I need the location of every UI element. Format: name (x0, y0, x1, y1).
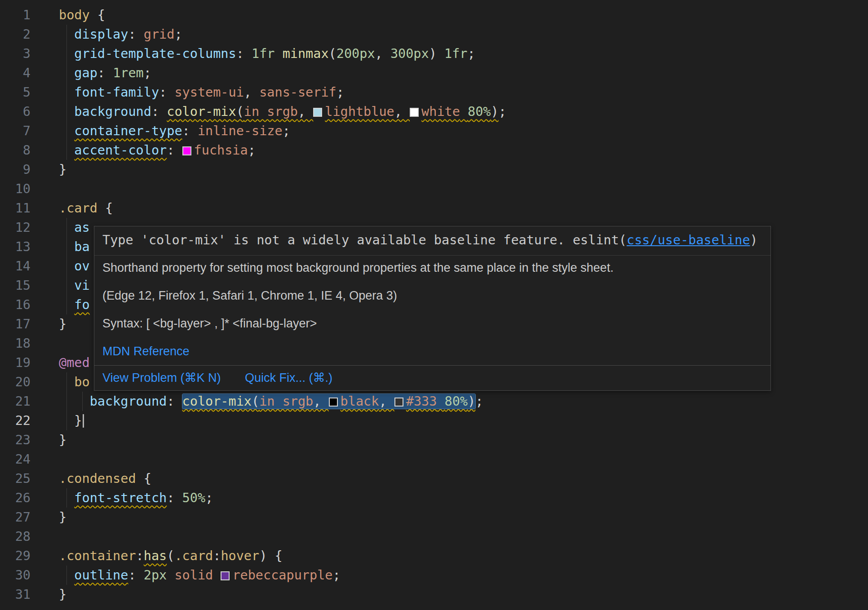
code-line[interactable]: } (42, 160, 868, 179)
code-token: : (151, 104, 167, 119)
line-number[interactable]: 8 (0, 141, 42, 160)
code-line[interactable]: accent-color: fuchsia; (42, 141, 868, 160)
code-line[interactable]: font-stretch: 50%; (42, 488, 868, 508)
line-number[interactable]: 20 (0, 372, 42, 392)
code-token: minmax (283, 46, 329, 61)
line-number[interactable]: 14 (0, 256, 42, 276)
line-number[interactable]: 19 (0, 353, 42, 372)
code-token (59, 66, 74, 80)
line-number[interactable]: 10 (0, 179, 42, 199)
diagnostic-source-prefix: eslint( (573, 233, 627, 248)
code-token (59, 220, 74, 235)
line-number[interactable]: 25 (0, 469, 42, 488)
line-number[interactable]: 1 (0, 5, 42, 25)
line-number[interactable]: 17 (0, 314, 42, 334)
line-number[interactable]: 13 (0, 237, 42, 256)
code-line[interactable]: } (42, 585, 868, 604)
code-token (437, 394, 444, 409)
code-line[interactable] (42, 527, 868, 546)
line-number[interactable]: 7 (0, 121, 42, 141)
code-token: : (167, 394, 182, 409)
code-token: solid (174, 568, 213, 583)
code-token: system-ui (174, 85, 244, 100)
code-token: .container (59, 548, 136, 563)
line-number[interactable]: 15 (0, 276, 42, 295)
code-token: .card (174, 548, 213, 563)
line-number[interactable]: 16 (0, 295, 42, 314)
code-token: : (128, 568, 143, 583)
code-line[interactable]: } (42, 430, 868, 450)
code-line[interactable]: background: color-mix(in srgb, black, #3… (42, 392, 868, 411)
gutter: 1234567891011121314151617181920212223242… (0, 0, 42, 610)
line-number[interactable]: 27 (0, 508, 42, 527)
code-token: : (136, 548, 144, 563)
code-line[interactable]: display: grid; (42, 25, 868, 44)
code-token: ) (491, 104, 499, 119)
code-line[interactable]: body { (42, 5, 868, 25)
line-number[interactable]: 3 (0, 44, 42, 63)
code-token: ; (337, 85, 344, 100)
code-line[interactable]: font-family: system-ui, sans-serif; (42, 83, 868, 102)
line-number[interactable]: 28 (0, 527, 42, 546)
hover-tooltip: Type 'color-mix' is not a widely availab… (94, 226, 771, 391)
color-swatch[interactable] (410, 108, 419, 117)
code-line[interactable]: container-type: inline-size; (42, 121, 868, 141)
line-number[interactable]: 12 (0, 218, 42, 237)
code-token: 80% (468, 104, 491, 119)
line-number[interactable]: 9 (0, 160, 42, 179)
line-number[interactable]: 24 (0, 450, 42, 469)
color-swatch[interactable] (182, 146, 191, 155)
code-token: 50% (182, 491, 205, 505)
code-line[interactable] (42, 179, 868, 199)
code-line[interactable]: .container:has(.card:hover) { (42, 546, 868, 566)
code-token (275, 46, 282, 61)
color-swatch[interactable] (221, 571, 230, 580)
code-line[interactable]: .condensed { (42, 469, 868, 488)
code-token: outline (74, 568, 128, 583)
line-number[interactable]: 2 (0, 25, 42, 44)
code-line[interactable]: grid-template-columns: 1fr minmax(200px,… (42, 44, 868, 63)
code-token: , (394, 104, 410, 119)
line-number[interactable]: 4 (0, 63, 42, 83)
code-token: 1fr (444, 46, 467, 61)
line-number[interactable]: 11 (0, 199, 42, 218)
code-line[interactable]: .card { (42, 199, 868, 218)
line-number[interactable]: 26 (0, 488, 42, 508)
line-number[interactable]: 6 (0, 102, 42, 121)
code-token (59, 413, 74, 428)
line-number[interactable]: 21 (0, 392, 42, 411)
code-line[interactable] (42, 450, 868, 469)
code-token: ( (167, 548, 174, 563)
line-number[interactable]: 23 (0, 430, 42, 450)
color-swatch[interactable] (394, 398, 403, 407)
code-token (59, 239, 74, 254)
mdn-reference-link[interactable]: MDN Reference (102, 345, 190, 358)
code-token: sans-serif (259, 85, 337, 100)
quick-fix-link[interactable]: Quick Fix... (⌘.) (245, 371, 332, 385)
view-problem-link[interactable]: View Problem (⌘K N) (102, 371, 221, 385)
color-swatch[interactable] (313, 108, 322, 117)
line-number[interactable]: 18 (0, 334, 42, 353)
code-token: background (90, 394, 167, 409)
line-number[interactable]: 30 (0, 566, 42, 585)
code-token: color-mix (182, 394, 252, 409)
code-token: 200px (337, 46, 375, 61)
code-token: #333 (406, 394, 437, 409)
code-token: ) { (259, 548, 282, 563)
code-line[interactable]: gap: 1rem; (42, 63, 868, 83)
line-number[interactable]: 31 (0, 585, 42, 604)
code-token: : (97, 66, 113, 80)
code-token: } (59, 162, 66, 177)
code-line[interactable]: } (42, 411, 868, 430)
line-number[interactable]: 22 (0, 411, 42, 430)
code-line[interactable]: background: color-mix(in srgb, lightblue… (42, 102, 868, 121)
code-token (59, 297, 74, 312)
code-line[interactable]: outline: 2px solid rebeccapurple; (42, 566, 868, 585)
color-swatch[interactable] (329, 398, 338, 407)
code-token (437, 46, 444, 61)
eslint-rule-link[interactable]: css/use-baseline (627, 233, 750, 248)
line-number[interactable]: 5 (0, 83, 42, 102)
line-number[interactable]: 29 (0, 546, 42, 566)
property-description: Shorthand property for setting most back… (102, 260, 762, 276)
code-line[interactable]: } (42, 508, 868, 527)
